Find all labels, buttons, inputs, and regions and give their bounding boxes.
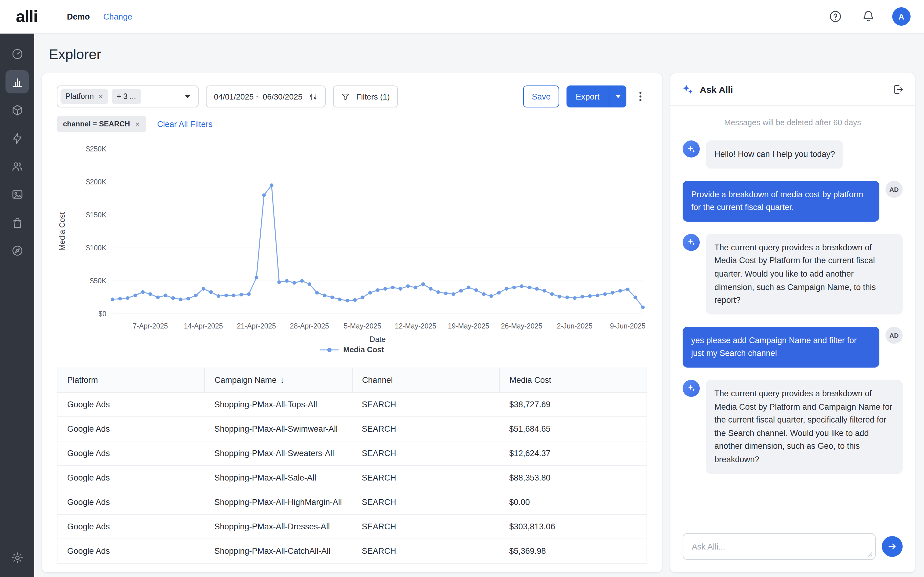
sidebar-item-explorer[interactable] — [5, 70, 29, 93]
help-button[interactable] — [826, 7, 845, 26]
cube-icon — [11, 103, 24, 116]
chart-legend[interactable]: Media Cost — [42, 346, 662, 354]
workspace-name: Demo — [67, 12, 90, 21]
body-row: Explorer Platform ✕ + 3 ... — [0, 34, 924, 577]
column-label: Media Cost — [510, 376, 551, 385]
clear-all-filters-link[interactable]: Clear All Filters — [157, 119, 213, 129]
table-cell: Shopping-PMax-All-Sweaters-All — [205, 441, 352, 466]
user-avatar: AD — [885, 181, 903, 198]
panel-title: Ask Alli — [700, 84, 733, 94]
table-cell: Google Ads — [57, 490, 205, 514]
export-button[interactable]: Export — [567, 85, 609, 108]
table-body: Google AdsShopping-PMax-All-Tops-AllSEAR… — [57, 392, 647, 563]
svg-text:Date: Date — [370, 335, 386, 343]
sidebar-item-dashboard[interactable] — [5, 42, 29, 65]
sidebar-item-creative[interactable] — [5, 182, 29, 206]
send-button[interactable] — [882, 536, 903, 557]
user-avatar: AD — [885, 327, 903, 344]
ask-alli-panel: Ask Alli Messages will be deleted after … — [670, 73, 916, 573]
page-title: Explorer — [49, 45, 916, 64]
chat-message-assistant: The current query provides a breakdown o… — [683, 234, 903, 314]
message-bubble: The current query provides a breakdown o… — [706, 234, 903, 314]
dimension-select[interactable]: Platform ✕ + 3 ... — [57, 85, 199, 108]
ask-alli-input[interactable] — [683, 533, 876, 560]
sparkle-icon — [687, 384, 696, 393]
sidebar-item-settings[interactable] — [5, 546, 29, 569]
column-header-platform[interactable]: Platform — [57, 368, 205, 392]
table-cell: Shopping-PMax-All-Swimwear-All — [205, 417, 352, 441]
legend-marker-icon — [320, 347, 338, 353]
collapse-panel-button[interactable] — [892, 83, 904, 95]
svg-text:12-May-2025: 12-May-2025 — [395, 322, 436, 330]
chevron-down-icon — [184, 95, 191, 98]
export-caret-button[interactable] — [609, 85, 627, 108]
chat-message-assistant: Hello! How can I help you today? — [683, 140, 903, 168]
sidebar-item-discover[interactable] — [5, 239, 29, 262]
column-header-channel[interactable]: Channel — [352, 368, 499, 392]
main-row: Platform ✕ + 3 ... 04/01/2025 ~ 06/ — [42, 73, 916, 573]
more-options-button[interactable] — [634, 85, 647, 108]
table-cell: $0.00 — [499, 490, 647, 514]
chat-input-bar — [670, 524, 915, 572]
notifications-button[interactable] — [859, 7, 877, 26]
dimension-chip-platform[interactable]: Platform ✕ — [60, 89, 108, 104]
assistant-avatar — [683, 140, 700, 158]
chat-message-user: Provide a breakdown of media cost by pla… — [683, 181, 903, 221]
resize-handle-icon[interactable] — [867, 551, 873, 557]
shopping-bag-icon — [11, 216, 24, 229]
table-row: Google AdsShopping-PMax-All-Swimwear-All… — [57, 417, 647, 441]
message-bubble: Hello! How can I help you today? — [706, 140, 844, 168]
table-cell: $303,813.06 — [499, 514, 647, 539]
table-cell: Google Ads — [57, 392, 205, 417]
bell-icon — [862, 10, 875, 23]
export-split-button: Export — [567, 85, 627, 108]
table-row: Google AdsShopping-PMax-All-Tops-AllSEAR… — [57, 392, 647, 417]
sidebar-item-shopping[interactable] — [5, 211, 29, 234]
column-label: Channel — [362, 376, 393, 385]
table-cell: Google Ads — [57, 466, 205, 490]
sidebar-item-automation[interactable] — [5, 126, 29, 150]
chat-messages: Messages will be deleted after 60 days H… — [670, 106, 915, 524]
assistant-avatar — [683, 234, 700, 251]
remove-icon[interactable]: ✕ — [98, 93, 103, 100]
svg-text:19-May-2025: 19-May-2025 — [448, 322, 489, 330]
table-cell: SEARCH — [352, 490, 499, 514]
funnel-icon — [341, 92, 350, 101]
table-row: Google AdsShopping-PMax-All-Sweaters-All… — [57, 441, 647, 466]
table-row: Google AdsShopping-PMax-All-HighMargin-A… — [57, 490, 647, 514]
table-row: Google AdsShopping-PMax-All-Dresses-AllS… — [57, 514, 647, 539]
sparkle-icon — [687, 144, 696, 153]
filters-button[interactable]: Filters (1) — [333, 85, 398, 108]
sidebar-item-cube[interactable] — [5, 98, 29, 121]
table-cell: Shopping-PMax-All-Sale-All — [205, 466, 352, 490]
table-cell: $51,684.65 — [499, 417, 647, 441]
remove-icon[interactable]: ✕ — [135, 121, 140, 127]
svg-text:5-May-2025: 5-May-2025 — [344, 322, 381, 330]
message-bubble: Provide a breakdown of media cost by pla… — [683, 181, 879, 221]
column-label: Platform — [67, 376, 98, 385]
save-button[interactable]: Save — [523, 85, 559, 108]
svg-text:26-May-2025: 26-May-2025 — [501, 322, 542, 330]
table-cell: SEARCH — [352, 514, 499, 539]
sort-desc-icon: ↓ — [280, 376, 284, 385]
retention-notice: Messages will be deleted after 60 days — [683, 118, 903, 127]
column-header-campaign-name[interactable]: Campaign Name↓ — [205, 368, 352, 392]
table-cell: $5,369.98 — [499, 539, 647, 563]
lightning-bolt-icon — [11, 132, 24, 144]
svg-text:14-Apr-2025: 14-Apr-2025 — [184, 322, 223, 330]
user-avatar[interactable]: A — [892, 7, 911, 26]
users-icon — [11, 160, 24, 172]
change-workspace-link[interactable]: Change — [103, 12, 132, 21]
table-cell: Shopping-PMax-All-Tops-All — [205, 392, 352, 417]
date-range-input[interactable]: 04/01/2025 ~ 06/30/2025 — [206, 85, 326, 108]
sparkle-icon — [687, 238, 696, 247]
svg-text:$50K: $50K — [90, 277, 106, 285]
date-range-value: 04/01/2025 ~ 06/30/2025 — [214, 92, 302, 101]
active-filters-row: channel = SEARCH ✕ Clear All Filters — [57, 116, 647, 132]
filter-tag-label: channel = SEARCH — [63, 120, 130, 128]
column-header-media-cost[interactable]: Media Cost — [499, 368, 647, 392]
sidebar-item-audiences[interactable] — [5, 155, 29, 178]
explorer-card: Platform ✕ + 3 ... 04/01/2025 ~ 06/ — [42, 73, 662, 573]
chat-input-wrap — [683, 533, 876, 560]
dimension-chip-more[interactable]: + 3 ... — [112, 89, 141, 104]
